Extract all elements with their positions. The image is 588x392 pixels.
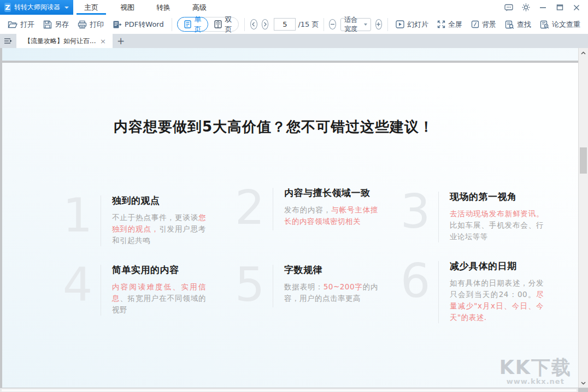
item-number: 2 bbox=[229, 185, 271, 230]
item-heading: 独到的观点 bbox=[112, 194, 206, 207]
item-body: 发布的内容，与帐号主体擅长的内容领域密切相关 bbox=[284, 204, 378, 227]
item-number: 1 bbox=[57, 192, 98, 246]
feedback-icon[interactable] bbox=[503, 2, 515, 13]
slideshow-icon bbox=[396, 20, 404, 28]
window-controls bbox=[503, 0, 588, 15]
scroll-down-icon[interactable] bbox=[579, 378, 588, 388]
double-page-button[interactable]: 双页 bbox=[208, 17, 238, 32]
zoom-in-button[interactable] bbox=[375, 19, 383, 29]
double-page-icon bbox=[214, 20, 222, 28]
paper-check-icon bbox=[540, 20, 549, 29]
save-as-button[interactable]: 另存 bbox=[39, 17, 73, 32]
open-label: 打开 bbox=[20, 20, 34, 29]
fullscreen-label: 全屏 bbox=[448, 20, 462, 29]
single-page-icon bbox=[184, 20, 191, 28]
fullscreen-icon bbox=[437, 20, 445, 28]
list-item: 3 现场的第一视角 去活动现场发布新鲜资讯。比如车展、手机发布会、行业论坛等等 bbox=[395, 188, 565, 242]
open-button[interactable]: 打开 bbox=[3, 17, 39, 32]
pdf-to-word-button[interactable]: PDF转Word bbox=[108, 17, 168, 32]
horizontal-scroll-thumb[interactable] bbox=[2, 389, 577, 391]
toolbar-separator bbox=[172, 18, 172, 31]
horizontal-scrollbar[interactable] bbox=[0, 388, 578, 392]
item-number: 4 bbox=[57, 262, 98, 316]
paper-check-label: 论文查重 bbox=[552, 20, 580, 29]
tab-view[interactable]: 视图 bbox=[109, 0, 145, 15]
chevron-down-icon bbox=[64, 7, 69, 9]
page-total-label: /15 页 bbox=[298, 20, 319, 29]
vertical-scrollbar[interactable] bbox=[578, 48, 588, 388]
background-icon bbox=[471, 20, 479, 28]
item-number: 3 bbox=[395, 188, 436, 242]
app-title: 转转大师阅读器 bbox=[14, 3, 60, 12]
item-body: 内容阅读难度低、实用信息、拓宽用户在不同领域的视野 bbox=[112, 281, 206, 316]
item-body: 去活动现场发布新鲜资讯。比如车展、手机发布会、行业论坛等等 bbox=[450, 208, 544, 242]
item-heading: 减少具体的日期 bbox=[450, 260, 544, 272]
print-button[interactable]: 打印 bbox=[73, 17, 108, 32]
item-heading: 内容与擅长领域一致 bbox=[284, 187, 378, 199]
app-window: Z 转转大师阅读器 主页 视图 转换 高级 bbox=[0, 0, 588, 392]
find-button[interactable]: 查找 bbox=[501, 17, 536, 32]
list-item: 4 简单实用的内容 内容阅读难度低、实用信息、拓宽用户在不同领域的视野 bbox=[57, 262, 227, 316]
previous-page-bottom bbox=[2, 48, 578, 61]
pdf-to-word-label: PDF转Word bbox=[125, 20, 164, 29]
maximize-button[interactable] bbox=[554, 2, 566, 13]
divider bbox=[273, 265, 273, 307]
close-button[interactable] bbox=[571, 2, 583, 13]
pdf-to-word-icon bbox=[113, 20, 122, 29]
tab-close-icon[interactable]: × bbox=[99, 37, 107, 45]
vertical-scroll-thumb[interactable] bbox=[580, 147, 587, 174]
save-as-label: 另存 bbox=[55, 20, 69, 29]
watermark: KK下载 www.kkx.net bbox=[499, 358, 572, 385]
sidebar-toggle-icon[interactable] bbox=[0, 34, 16, 48]
single-page-button[interactable]: 单页 bbox=[177, 17, 208, 32]
settings-gear-icon[interactable] bbox=[520, 2, 532, 13]
item-heading: 简单实用的内容 bbox=[112, 264, 206, 276]
watermark-url: www.kkx.net bbox=[499, 377, 572, 385]
watermark-text: KK下载 bbox=[499, 358, 572, 377]
background-button[interactable]: 背景 bbox=[467, 17, 501, 32]
item-body: 数据表明：50~200字的内容，用户的点击率更高 bbox=[284, 281, 378, 304]
single-page-label: 单页 bbox=[194, 15, 201, 34]
toolbar-separator bbox=[387, 18, 388, 31]
tab-convert[interactable]: 转换 bbox=[145, 0, 181, 15]
new-tab-button[interactable]: + bbox=[113, 34, 129, 48]
titlebar: Z 转转大师阅读器 主页 视图 转换 高级 bbox=[0, 0, 588, 15]
print-label: 打印 bbox=[90, 20, 104, 29]
tab-advanced[interactable]: 高级 bbox=[181, 0, 217, 15]
prev-page-button[interactable] bbox=[250, 19, 257, 29]
divider bbox=[101, 195, 101, 246]
paper-check-button[interactable]: 论文查重 bbox=[536, 17, 585, 32]
double-page-label: 双页 bbox=[225, 15, 232, 34]
app-menu-button[interactable]: Z 转转大师阅读器 bbox=[0, 0, 73, 15]
item-body: 不止于热点事件，更谈谈您独到的观点，引发用户思考和引起共鸣 bbox=[112, 212, 206, 246]
app-logo-icon: Z bbox=[4, 3, 11, 12]
background-label: 背景 bbox=[482, 20, 496, 29]
main-toolbar: 打开 另存 打印 PDF转Word 单页 双页 bbox=[0, 15, 588, 34]
document-viewer: 内容想要做到5大高价值？您不可错过这些建议！ 1 独到的观点 不止于热点事件，更… bbox=[0, 48, 588, 392]
divider bbox=[273, 188, 273, 230]
slideshow-button[interactable]: 幻灯片 bbox=[391, 17, 433, 32]
item-number: 5 bbox=[229, 262, 271, 307]
fullscreen-button[interactable]: 全屏 bbox=[433, 17, 467, 32]
pdf-page: 内容想要做到5大高价值？您不可错过这些建议！ 1 独到的观点 不止于热点事件，更… bbox=[2, 63, 578, 388]
printer-icon bbox=[78, 20, 87, 29]
next-page-button[interactable] bbox=[262, 19, 269, 29]
list-item: 2 内容与擅长领域一致 发布的内容，与帐号主体擅长的内容领域密切相关 bbox=[229, 185, 399, 230]
minimize-button[interactable] bbox=[537, 2, 549, 13]
chevron-down-icon bbox=[364, 23, 367, 26]
slideshow-label: 幻灯片 bbox=[407, 20, 428, 29]
open-folder-icon bbox=[8, 20, 17, 29]
page-title: 内容想要做到5大高价值？您不可错过这些建议！ bbox=[2, 117, 545, 136]
zoom-out-button[interactable] bbox=[329, 19, 336, 29]
document-tab[interactable]: 【流量攻略】如何让百... × bbox=[16, 34, 113, 48]
zoom-mode-select[interactable]: 适合宽度 bbox=[340, 18, 371, 31]
tab-home[interactable]: 主页 bbox=[73, 0, 109, 15]
item-heading: 字数规律 bbox=[284, 264, 378, 276]
save-icon bbox=[43, 20, 52, 29]
page-number-input[interactable] bbox=[274, 18, 296, 31]
item-number: 6 bbox=[395, 258, 436, 323]
find-icon bbox=[505, 20, 514, 29]
divider bbox=[438, 261, 439, 323]
scroll-up-icon[interactable] bbox=[579, 48, 588, 57]
document-tab-title: 【流量攻略】如何让百... bbox=[24, 37, 96, 46]
